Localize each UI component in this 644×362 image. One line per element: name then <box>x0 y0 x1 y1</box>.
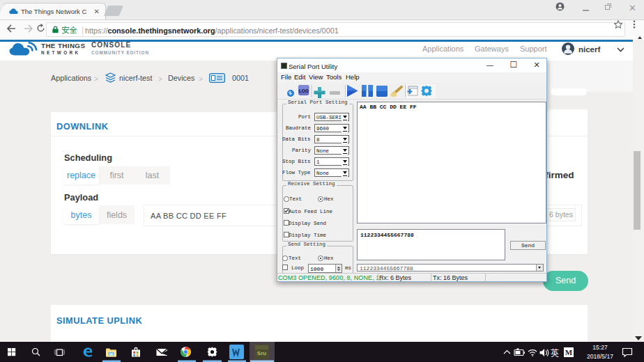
svg-text:M: M <box>565 348 573 356</box>
svg-text:英: 英 <box>551 348 560 358</box>
svg-text:Sru: Sru <box>257 350 266 356</box>
svg-text:LOG: LOG <box>299 88 309 93</box>
